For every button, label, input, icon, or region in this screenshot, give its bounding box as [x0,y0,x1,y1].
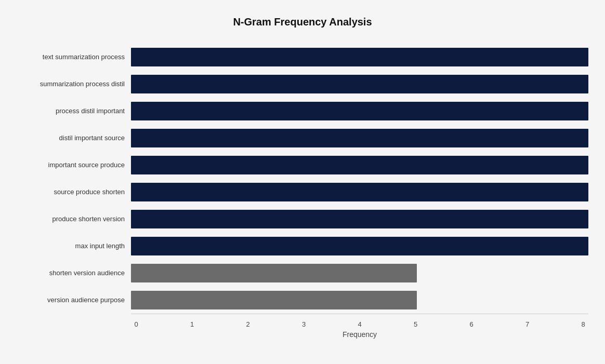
x-axis-label: 4 [354,320,365,328]
x-axis-label: 6 [466,320,477,328]
bar-fill [131,183,588,201]
bar-wrapper [131,210,588,228]
bar-row: source produce shorten [17,179,588,206]
chart-container: N-Gram Frequency Analysis text summariza… [6,6,599,359]
bar-wrapper [131,48,588,66]
bar-wrapper [131,237,588,255]
x-axis-title: Frequency [131,330,588,339]
bar-wrapper [131,183,588,201]
bar-row: summarization process distil [17,71,588,98]
x-axis-label: 8 [578,320,588,328]
bar-fill [131,102,588,120]
bar-fill [131,48,588,66]
bar-row: text summarization process [17,44,588,71]
bar-wrapper [131,129,588,147]
axis-line [131,314,588,314]
bar-label: version audience purpose [17,296,131,304]
bar-label: important source produce [17,161,131,169]
bar-label: summarization process distil [17,80,131,88]
bar-fill [131,237,588,255]
chart-area: text summarization processsummarization … [17,44,588,314]
chart-title: N-Gram Frequency Analysis [17,16,588,28]
bar-label: shorten version audience [17,269,131,277]
x-axis-label: 2 [243,320,253,328]
bar-fill [131,264,417,282]
bar-row: distil important source [17,125,588,152]
x-axis-labels: 012345678 [131,318,588,328]
x-axis-label: 0 [131,320,141,328]
bar-fill [131,156,588,174]
bar-fill [131,210,588,228]
bar-label: produce shorten version [17,215,131,223]
bar-wrapper [131,102,588,120]
bar-fill [131,75,588,93]
bar-label: distil important source [17,134,131,142]
bar-row: version audience purpose [17,287,588,314]
bar-wrapper [131,156,588,174]
x-axis: 012345678 [131,318,588,328]
bar-row: produce shorten version [17,206,588,233]
bar-row: max input length [17,233,588,260]
x-axis-label: 5 [411,320,421,328]
x-axis-label: 1 [187,320,198,328]
bar-fill [131,291,417,309]
bar-label: process distil important [17,107,131,115]
bar-wrapper [131,291,588,309]
bar-label: source produce shorten [17,188,131,196]
x-axis-label: 3 [299,320,309,328]
bar-label: text summarization process [17,53,131,61]
x-axis-label: 7 [522,320,533,328]
bar-row: important source produce [17,152,588,179]
bar-row: process distil important [17,98,588,125]
bar-label: max input length [17,242,131,250]
bar-row: shorten version audience [17,260,588,287]
bar-wrapper [131,264,588,282]
bar-fill [131,129,588,147]
bar-wrapper [131,75,588,93]
